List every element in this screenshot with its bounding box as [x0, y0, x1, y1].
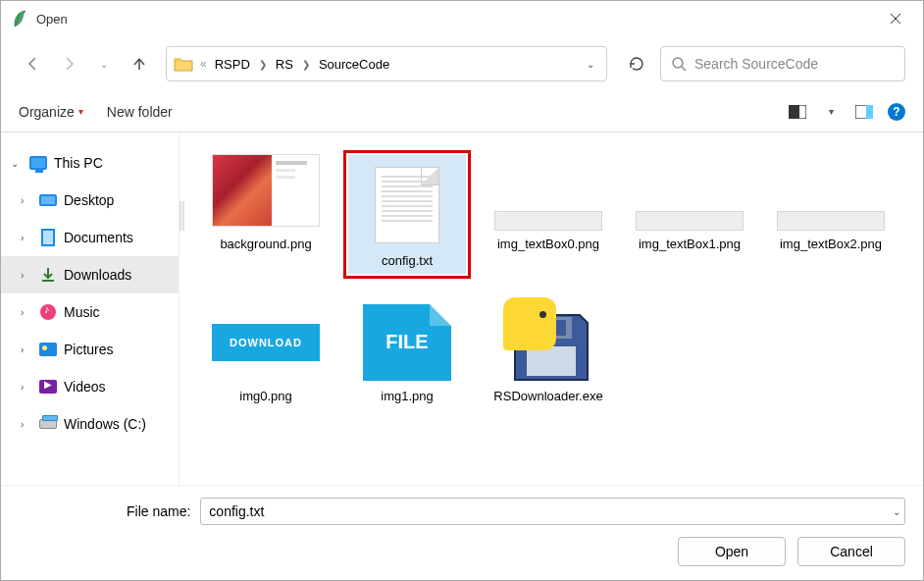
chevron-right-icon: › — [21, 195, 32, 206]
svg-rect-5 — [527, 346, 576, 376]
organize-menu[interactable]: Organize ▾ — [19, 104, 83, 120]
tree-label: Windows (C:) — [64, 416, 169, 432]
file-label: background.png — [220, 237, 311, 253]
breadcrumb-item[interactable]: RSPD — [209, 55, 256, 74]
text-file-icon — [375, 167, 439, 243]
new-folder-button[interactable]: New folder — [107, 104, 173, 120]
image-thumbnail — [212, 154, 320, 227]
chevron-right-icon: ❯ — [256, 59, 270, 70]
window-title: Open — [36, 12, 68, 26]
filename-input[interactable] — [209, 499, 897, 524]
dialog-footer: File name: ⌄ Open Cancel — [1, 485, 923, 580]
search-placeholder: Search SourceCode — [694, 56, 818, 72]
filename-combobox[interactable]: ⌄ — [200, 498, 905, 525]
image-thumbnail: FILE — [363, 304, 451, 381]
drive-icon — [38, 414, 58, 434]
file-item-selected[interactable]: config.txt — [338, 142, 476, 287]
tree-label: Videos — [64, 379, 169, 395]
videos-icon — [38, 377, 58, 396]
pc-icon — [28, 153, 48, 173]
file-item[interactable]: img_textBox0.png — [480, 142, 617, 287]
toolbar: Organize ▾ New folder ▾ ? — [1, 91, 923, 132]
chevron-right-icon: ❯ — [299, 59, 313, 70]
chevron-right-icon: › — [21, 233, 32, 243]
image-thumbnail: DOWNLOAD — [212, 324, 320, 361]
breadcrumb-item[interactable]: SourceCode — [313, 55, 395, 74]
pictures-icon — [38, 340, 58, 359]
exe-icon — [499, 301, 597, 384]
help-button[interactable]: ? — [888, 103, 905, 121]
tree-label: Music — [64, 304, 169, 320]
filename-label: File name: — [127, 503, 190, 519]
file-item[interactable]: RSDownloader.exe — [480, 294, 617, 413]
preview-pane-icon[interactable] — [854, 102, 874, 122]
music-icon — [38, 302, 58, 322]
tree-downloads[interactable]: › Downloads — [1, 256, 179, 293]
tree-label: Pictures — [64, 342, 169, 357]
breadcrumb-item[interactable]: RS — [270, 55, 299, 74]
image-thumbnail — [777, 211, 885, 231]
tree-label: Desktop — [64, 192, 169, 208]
file-item[interactable]: img_textBox1.png — [621, 142, 758, 287]
chevron-right-icon: › — [21, 307, 32, 318]
image-thumbnail — [494, 211, 602, 231]
search-input[interactable]: Search SourceCode — [660, 46, 905, 81]
chevron-down-icon[interactable]: ⌄ — [893, 506, 900, 517]
splitter-handle[interactable] — [180, 201, 184, 231]
tree-label: Downloads — [64, 267, 169, 283]
breadcrumb-prefix: « — [198, 57, 209, 71]
file-label: img0.png — [239, 389, 291, 405]
tree-label: This PC — [54, 155, 169, 171]
file-label: img1.png — [381, 389, 433, 405]
image-thumbnail — [636, 211, 744, 231]
up-button[interactable] — [125, 49, 154, 79]
tree-label: Documents — [64, 230, 169, 245]
file-label: img_textBox0.png — [497, 237, 599, 253]
file-item[interactable]: background.png — [197, 142, 334, 287]
tree-this-pc[interactable]: ⌄ This PC — [1, 144, 179, 182]
svg-rect-4 — [866, 105, 873, 119]
open-dialog: Open ⌄ « RSPD ❯ RS ❯ SourceCode ⌄ Searc — [0, 0, 924, 581]
tree-videos[interactable]: › Videos — [1, 368, 179, 405]
chevron-down-icon: ⌄ — [11, 158, 23, 169]
cancel-button[interactable]: Cancel — [797, 537, 905, 566]
refresh-button[interactable] — [619, 46, 654, 81]
file-item[interactable]: DOWNLOAD img0.png — [197, 294, 334, 413]
nav-bar: ⌄ « RSPD ❯ RS ❯ SourceCode ⌄ Search Sour… — [1, 36, 923, 91]
address-bar[interactable]: « RSPD ❯ RS ❯ SourceCode ⌄ — [166, 46, 607, 81]
tree-documents[interactable]: › Documents — [1, 219, 179, 256]
svg-rect-2 — [789, 105, 799, 119]
download-icon — [38, 265, 58, 285]
recent-dropdown[interactable]: ⌄ — [89, 49, 119, 79]
tree-desktop[interactable]: › Desktop — [1, 182, 179, 219]
tree-music[interactable]: › Music — [1, 293, 179, 331]
titlebar: Open — [1, 1, 923, 36]
app-icon — [13, 10, 26, 27]
document-icon — [38, 228, 58, 247]
caret-down-icon: ▾ — [78, 106, 83, 117]
back-button[interactable] — [19, 49, 48, 79]
sidebar: ⌄ This PC › Desktop › Documents › Downlo… — [1, 132, 180, 485]
file-label: RSDownloader.exe — [493, 389, 602, 405]
chevron-right-icon: › — [21, 344, 32, 355]
tree-drive-c[interactable]: › Windows (C:) — [1, 405, 179, 443]
open-button[interactable]: Open — [678, 537, 786, 566]
file-label: img_textBox1.png — [639, 237, 741, 253]
file-item[interactable]: FILE img1.png — [338, 294, 476, 413]
address-dropdown[interactable]: ⌄ — [581, 59, 600, 70]
chevron-right-icon: › — [21, 270, 32, 281]
view-large-icon[interactable] — [788, 102, 807, 122]
forward-button[interactable] — [54, 49, 83, 79]
svg-point-0 — [673, 58, 683, 68]
file-label: config.txt — [348, 249, 466, 274]
file-label: img_textBox2.png — [780, 237, 882, 253]
close-button[interactable] — [876, 4, 915, 33]
file-item[interactable]: img_textBox2.png — [762, 142, 899, 287]
tree-pictures[interactable]: › Pictures — [1, 331, 179, 368]
chevron-right-icon: › — [21, 382, 32, 393]
chevron-right-icon: › — [21, 419, 32, 430]
folder-icon — [173, 55, 194, 73]
search-icon — [671, 56, 687, 72]
file-pane: background.png config.txt — [180, 132, 923, 485]
view-dropdown[interactable]: ▾ — [821, 102, 841, 122]
